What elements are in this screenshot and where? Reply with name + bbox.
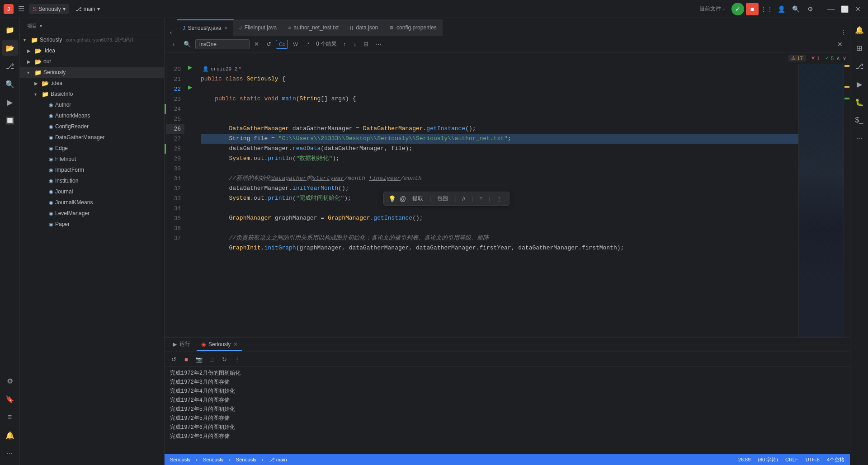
tree-authork[interactable]: ▶ ◉ AuthorkMeans [20, 110, 164, 121]
search-activity-icon[interactable]: 🔍 [2, 76, 18, 92]
branch-selector[interactable]: ⎇ main ▾ [72, 5, 104, 14]
status-path1[interactable]: Seriously [201, 457, 225, 462]
tree-datagather[interactable]: ▶ ◉ DataGatherManager [20, 132, 164, 143]
search-case-sensitive[interactable]: Cc [276, 40, 288, 49]
tree-out[interactable]: ▶ 📂 out [20, 56, 164, 67]
status-project[interactable]: Seriously [168, 457, 192, 462]
tree-levelmanager[interactable]: ▶ ◉ LevelManager [20, 208, 164, 219]
search-close[interactable]: ✕ [834, 38, 846, 51]
tree-fileinput[interactable]: ▶ ◉ FileInput [20, 154, 164, 164]
status-chars[interactable]: (80 字符) [756, 456, 780, 463]
collapse-up[interactable]: ∧ [836, 55, 840, 61]
code-line-36: //负责获取论文之间的引用关系用以构成图并初始化；各论文的被引列表、各论文的引用… [201, 233, 798, 243]
maximize-btn[interactable]: ⬜ [838, 3, 851, 15]
tree-journal[interactable]: ▶ ◉ Journal [20, 186, 164, 197]
tree-idea[interactable]: ▶ 📂 .idea [20, 45, 164, 56]
settings-activity-icon[interactable]: ⚙ [2, 373, 18, 389]
project-selector[interactable]: S Seriously ▾ [29, 4, 69, 14]
tab-seriously-close[interactable]: ✕ [224, 25, 228, 31]
collapse-down[interactable]: ∨ [843, 55, 846, 61]
more-activity-icon[interactable]: ··· [2, 445, 18, 461]
search-filter[interactable]: ⊟ [361, 39, 371, 49]
right-layout[interactable]: ⊞ [851, 40, 868, 56]
more-icon[interactable]: ⋮⋮ [760, 3, 773, 15]
right-vcs[interactable]: ⎇ [851, 58, 868, 74]
tab-fileinput-java[interactable]: J FileInput.java [234, 19, 283, 36]
tab-nav-left[interactable]: ‹ [165, 29, 177, 36]
bookmark-icon[interactable]: 🔖 [2, 391, 18, 407]
right-debug[interactable]: 🐛 [851, 94, 868, 110]
tab-author-txt[interactable]: ≡ author_net_test.txt [283, 19, 344, 36]
tree-config[interactable]: ▶ ◉ ConfigReader [20, 121, 164, 132]
search-next[interactable]: ↓ [351, 39, 359, 49]
branch-icon: ⎇ [75, 6, 82, 12]
tree-institution[interactable]: ▶ ◉ Institution [20, 175, 164, 186]
settings-icon[interactable]: ⚙ [804, 3, 816, 15]
tree-idea2[interactable]: ▶ 📂 .idea [20, 78, 164, 89]
search-regex[interactable]: .* [303, 40, 312, 49]
search-prev[interactable]: ↑ [340, 39, 349, 49]
right-terminal[interactable]: $_ [851, 112, 868, 128]
structure-icon[interactable]: ≡ [2, 409, 18, 425]
bottom-more[interactable]: ⋮ [231, 354, 242, 365]
tree-basicinfo[interactable]: ▾ 📁 BasicInfo [20, 89, 164, 99]
hint-more[interactable]: ⋮ [494, 195, 505, 203]
warning-count[interactable]: ⚠ 17 [788, 55, 806, 61]
hint-extract[interactable]: 提取 [410, 194, 426, 203]
bottom-stop[interactable]: ■ [181, 354, 192, 365]
error-count[interactable]: ✕ 1 [808, 55, 822, 61]
tree-journalk[interactable]: ▶ ◉ JournalKMeans [20, 197, 164, 208]
right-notifications[interactable]: 🔔 [851, 22, 868, 38]
hamburger-menu[interactable]: ☰ [16, 3, 26, 15]
tree-label-journalk: JournalKMeans [55, 199, 93, 206]
status-line-ending[interactable]: CRLF [783, 457, 800, 462]
current-file-label[interactable]: 当前文件 ↓ [698, 4, 727, 14]
notifications-icon[interactable]: 🔔 [2, 427, 18, 443]
search-more-opts[interactable]: ⋯ [373, 39, 384, 49]
tree-paper[interactable]: ▶ ◉ Paper [20, 219, 164, 230]
search-reload[interactable]: ↺ [264, 39, 274, 49]
bottom-expand[interactable]: □ [206, 354, 217, 365]
right-run[interactable]: ▶ [851, 76, 868, 92]
tree-root[interactable]: ▾ 📁 Seriously com.github.ryan6073, 源代码库 [20, 34, 164, 45]
tree-seriously[interactable]: ▾ 📁 Seriously [20, 67, 164, 78]
account-icon[interactable]: 👤 [775, 3, 788, 15]
sidebar-toggle[interactable]: 📁 [2, 22, 18, 38]
copilot-icon[interactable]: ✓ [731, 3, 744, 15]
tree-edge[interactable]: ▶ ◉ Edge [20, 143, 164, 154]
tab-data-json[interactable]: {} data.json [344, 19, 384, 36]
status-path2[interactable]: Seriously [234, 457, 258, 462]
seriously-tab[interactable]: ◉ Seriously ✕ [197, 338, 242, 351]
search-input[interactable] [195, 39, 250, 49]
seriously-tab-close[interactable]: ✕ [233, 341, 238, 348]
run-activity-icon[interactable]: ▶ [2, 94, 18, 110]
commit-icon[interactable]: ⎇ [2, 58, 18, 74]
search-top-icon[interactable]: 🔍 [789, 3, 802, 15]
bottom-refresh[interactable]: ↻ [219, 354, 230, 365]
search-whole-word[interactable]: W [290, 40, 301, 49]
search-clear[interactable]: ✕ [251, 39, 262, 49]
tab-seriously-java[interactable]: J Seriously.java ✕ [177, 19, 234, 36]
tab-more-btn[interactable]: ⋮ [837, 29, 850, 36]
tree-author[interactable]: ▶ ◉ Author [20, 99, 164, 110]
hint-surround[interactable]: 包围 [434, 194, 451, 203]
run-tab[interactable]: ▶ 运行 [168, 338, 195, 351]
close-btn[interactable]: ✕ [852, 3, 864, 15]
plugins-icon[interactable]: 🔲 [2, 112, 18, 128]
minimize-btn[interactable]: — [825, 3, 837, 15]
hint-list[interactable]: ≡ [476, 195, 485, 203]
status-encoding[interactable]: UTF-8 [804, 457, 821, 462]
bottom-restart[interactable]: ↺ [168, 354, 179, 365]
status-branch[interactable]: ⎇ main [267, 457, 289, 463]
tab-config[interactable]: ⚙ config.properties [384, 19, 443, 36]
project-tree-icon[interactable]: 📂 [2, 40, 18, 56]
search-prev-file[interactable]: ‹ [168, 39, 179, 50]
tree-impactform[interactable]: ▶ ◉ ImpactForm [20, 164, 164, 175]
bottom-screenshot[interactable]: 📷 [193, 354, 204, 365]
hint-comment[interactable]: // [459, 195, 468, 203]
status-position[interactable]: 26:89 [736, 457, 753, 462]
record-icon[interactable]: ■ [746, 3, 759, 15]
status-indent[interactable]: 4个空格 [825, 456, 846, 463]
run-icons-col: ▶ ▶ [188, 64, 197, 337]
right-more2[interactable]: ··· [851, 130, 868, 146]
